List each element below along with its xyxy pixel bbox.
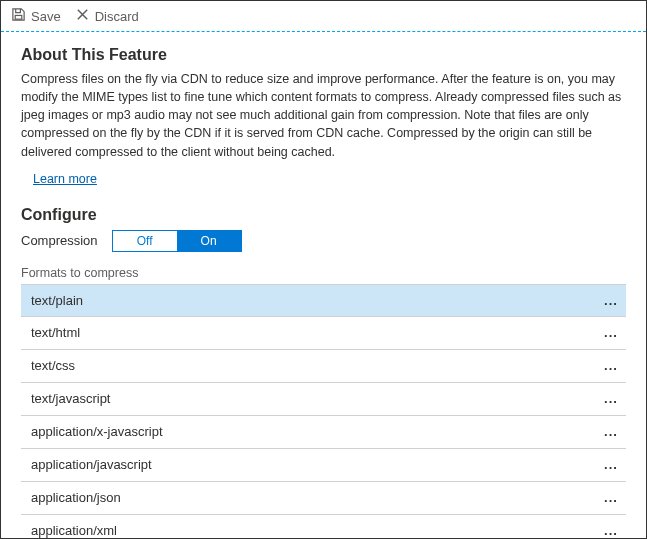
formats-list: text/plain...text/html...text/css...text…: [21, 284, 626, 538]
about-heading: About This Feature: [21, 46, 626, 64]
save-icon: [11, 7, 26, 25]
discard-icon: [75, 7, 90, 25]
format-value: application/x-javascript: [21, 424, 596, 439]
format-value: text/plain: [21, 293, 596, 308]
content-area: About This Feature Compress files on the…: [1, 32, 646, 538]
format-row[interactable]: text/javascript...: [21, 383, 626, 416]
compression-label: Compression: [21, 233, 98, 248]
format-row[interactable]: text/html...: [21, 317, 626, 350]
format-row-menu[interactable]: ...: [596, 325, 626, 340]
format-row-menu[interactable]: ...: [596, 490, 626, 505]
format-value: application/javascript: [21, 457, 596, 472]
configure-heading: Configure: [21, 206, 626, 224]
format-value: text/javascript: [21, 391, 596, 406]
format-value: application/xml: [21, 523, 596, 538]
format-row[interactable]: application/json...: [21, 482, 626, 515]
format-row-menu[interactable]: ...: [596, 424, 626, 439]
format-row-menu[interactable]: ...: [596, 293, 626, 308]
svg-rect-0: [15, 15, 22, 19]
format-value: text/html: [21, 325, 596, 340]
format-row-menu[interactable]: ...: [596, 523, 626, 538]
format-row[interactable]: text/css...: [21, 350, 626, 383]
format-row[interactable]: application/xml...: [21, 515, 626, 538]
toggle-on[interactable]: On: [177, 231, 241, 251]
compression-row: Compression Off On: [21, 230, 626, 252]
formats-label: Formats to compress: [21, 266, 626, 280]
toggle-off[interactable]: Off: [113, 231, 177, 251]
format-row-menu[interactable]: ...: [596, 457, 626, 472]
about-description: Compress files on the fly via CDN to red…: [21, 70, 626, 161]
format-row[interactable]: application/x-javascript...: [21, 416, 626, 449]
compression-toggle[interactable]: Off On: [112, 230, 242, 252]
format-value: text/css: [21, 358, 596, 373]
settings-pane: Save Discard About This Feature Compress…: [0, 0, 647, 539]
command-bar: Save Discard: [1, 1, 646, 32]
save-button[interactable]: Save: [11, 7, 61, 25]
discard-label: Discard: [95, 9, 139, 24]
learn-more-link[interactable]: Learn more: [33, 172, 97, 186]
save-label: Save: [31, 9, 61, 24]
format-row[interactable]: application/javascript...: [21, 449, 626, 482]
format-row-menu[interactable]: ...: [596, 391, 626, 406]
discard-button[interactable]: Discard: [75, 7, 139, 25]
format-row[interactable]: text/plain...: [21, 284, 626, 317]
format-value: application/json: [21, 490, 596, 505]
format-row-menu[interactable]: ...: [596, 358, 626, 373]
